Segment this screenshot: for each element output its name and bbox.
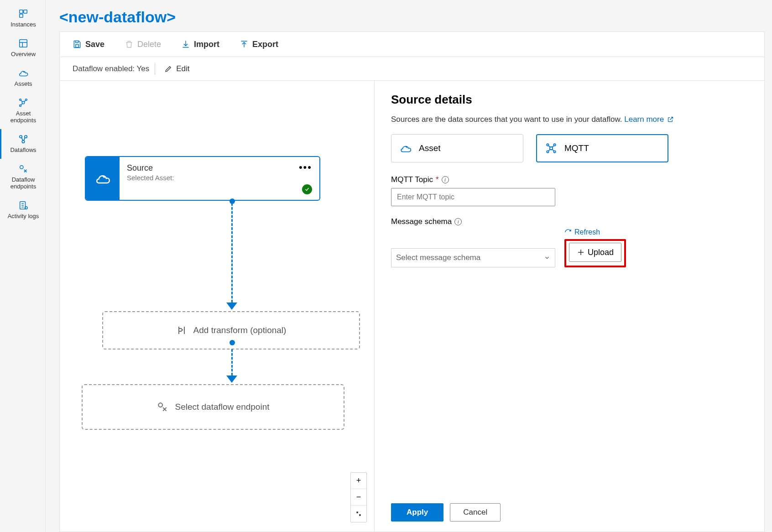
refresh-link[interactable]: Refresh bbox=[564, 228, 626, 236]
zoom-in-button[interactable]: + bbox=[351, 473, 366, 489]
dataflows-icon bbox=[18, 134, 29, 145]
page-title: <new-dataflow> bbox=[59, 5, 765, 31]
svg-rect-1 bbox=[24, 10, 27, 13]
endpoint-node-label: Select dataflow endpoint bbox=[175, 402, 269, 412]
sidebar-item-label: Overview bbox=[11, 51, 36, 57]
trash-icon bbox=[125, 40, 134, 49]
divider bbox=[155, 63, 155, 75]
source-node-title: Source bbox=[127, 163, 312, 173]
zoom-fit-button[interactable] bbox=[351, 506, 366, 522]
edit-button[interactable]: Edit bbox=[161, 63, 193, 75]
upload-icon bbox=[240, 40, 249, 49]
svg-point-7 bbox=[20, 105, 21, 107]
info-icon[interactable]: i bbox=[442, 176, 449, 183]
schema-select[interactable]: Select message schema bbox=[391, 248, 555, 267]
connector-line bbox=[231, 203, 233, 303]
svg-point-21 bbox=[547, 151, 548, 152]
sidebar-item-asset-endpoints[interactable]: Asset endpoints bbox=[0, 93, 45, 129]
save-icon bbox=[73, 40, 82, 49]
svg-rect-17 bbox=[359, 514, 361, 516]
svg-rect-0 bbox=[20, 10, 23, 13]
source-node-iconbar bbox=[86, 157, 120, 200]
check-icon bbox=[302, 184, 312, 194]
apply-button[interactable]: Apply bbox=[391, 503, 443, 522]
zoom-controls: + − bbox=[350, 472, 367, 522]
export-button[interactable]: Export bbox=[236, 38, 282, 51]
arrow-down-icon bbox=[226, 376, 237, 383]
info-icon[interactable]: i bbox=[454, 218, 462, 225]
instances-icon bbox=[18, 8, 29, 19]
svg-rect-14 bbox=[76, 45, 79, 47]
status-bar: Dataflow enabled: Yes Edit bbox=[59, 57, 765, 81]
panel-footer: Apply Cancel bbox=[391, 503, 748, 532]
sidebar-item-label: Dataflow endpoints bbox=[3, 176, 43, 190]
sidebar-item-dataflow-endpoints[interactable]: Dataflow endpoints bbox=[0, 159, 45, 195]
mqtt-icon bbox=[545, 142, 557, 154]
content-row: Source Selected Asset: ••• bbox=[59, 81, 765, 532]
endpoint-icon bbox=[156, 401, 168, 413]
zoom-out-button[interactable]: − bbox=[351, 489, 366, 506]
download-icon bbox=[181, 40, 190, 49]
learn-more-link[interactable]: Learn more bbox=[624, 115, 674, 124]
svg-point-10 bbox=[22, 141, 25, 143]
svg-point-6 bbox=[26, 99, 27, 101]
canvas: Source Selected Asset: ••• bbox=[60, 81, 375, 532]
more-icon[interactable]: ••• bbox=[299, 162, 312, 173]
chevron-down-icon bbox=[544, 255, 550, 261]
svg-point-20 bbox=[553, 144, 555, 146]
upload-button[interactable]: Upload bbox=[569, 243, 621, 262]
main: <new-dataflow> Save Delete Import Export bbox=[46, 0, 772, 532]
panel-desc: Sources are the data sources that you wa… bbox=[391, 115, 748, 124]
transform-node-label: Add transform (optional) bbox=[193, 325, 287, 335]
toolbar: Save Delete Import Export bbox=[59, 31, 765, 57]
svg-rect-2 bbox=[20, 14, 23, 17]
sidebar-item-label: Dataflows bbox=[10, 146, 36, 153]
sidebar-item-activity-logs[interactable]: Activity logs bbox=[0, 195, 45, 225]
asset-endpoints-icon bbox=[18, 97, 29, 108]
endpoint-node[interactable]: Select dataflow endpoint bbox=[82, 384, 344, 430]
delete-button: Delete bbox=[121, 38, 165, 51]
upload-highlight: Upload bbox=[564, 239, 626, 267]
sidebar: Instances Overview Assets Asset endpoint… bbox=[0, 0, 46, 532]
option-mqtt[interactable]: MQTT bbox=[536, 134, 668, 162]
sidebar-item-instances[interactable]: Instances bbox=[0, 4, 45, 33]
import-button[interactable]: Import bbox=[177, 38, 223, 51]
sidebar-item-dataflows[interactable]: Dataflows bbox=[0, 129, 45, 159]
overview-icon bbox=[18, 38, 29, 49]
option-asset[interactable]: Asset bbox=[391, 134, 523, 162]
source-node[interactable]: Source Selected Asset: ••• bbox=[85, 156, 320, 201]
transform-icon bbox=[176, 325, 187, 336]
mqtt-topic-label: MQTT Topic * i bbox=[391, 175, 748, 184]
external-link-icon bbox=[667, 116, 674, 123]
source-node-sub: Selected Asset: bbox=[127, 174, 312, 182]
svg-rect-16 bbox=[356, 511, 358, 513]
sidebar-item-assets[interactable]: Assets bbox=[0, 63, 45, 93]
plus-icon bbox=[577, 248, 585, 256]
dataflow-enabled-text: Dataflow enabled: Yes bbox=[73, 64, 149, 73]
svg-point-15 bbox=[159, 403, 163, 407]
connector-dot bbox=[230, 340, 235, 345]
connector-line bbox=[231, 349, 233, 376]
edit-icon bbox=[164, 65, 172, 73]
refresh-icon bbox=[564, 229, 572, 236]
panel-heading: Source details bbox=[391, 93, 748, 107]
svg-point-22 bbox=[553, 151, 555, 152]
sidebar-item-label: Activity logs bbox=[8, 213, 39, 219]
mqtt-topic-input[interactable] bbox=[391, 188, 555, 206]
sidebar-item-overview[interactable]: Overview bbox=[0, 33, 45, 63]
assets-icon bbox=[18, 68, 29, 78]
svg-point-5 bbox=[20, 99, 21, 101]
svg-point-19 bbox=[547, 144, 548, 146]
sidebar-item-label: Instances bbox=[10, 21, 36, 28]
asset-icon bbox=[400, 142, 412, 154]
source-type-options: Asset MQTT bbox=[391, 134, 748, 162]
cancel-button[interactable]: Cancel bbox=[450, 503, 501, 522]
svg-rect-3 bbox=[20, 40, 27, 47]
svg-point-11 bbox=[20, 166, 23, 169]
activity-logs-icon bbox=[18, 200, 29, 211]
save-button[interactable]: Save bbox=[69, 38, 108, 51]
details-panel: Source details Sources are the data sour… bbox=[375, 81, 764, 532]
dataflow-endpoints-icon bbox=[18, 163, 29, 174]
sidebar-item-label: Assets bbox=[14, 80, 32, 87]
sidebar-item-label: Asset endpoints bbox=[3, 110, 43, 124]
